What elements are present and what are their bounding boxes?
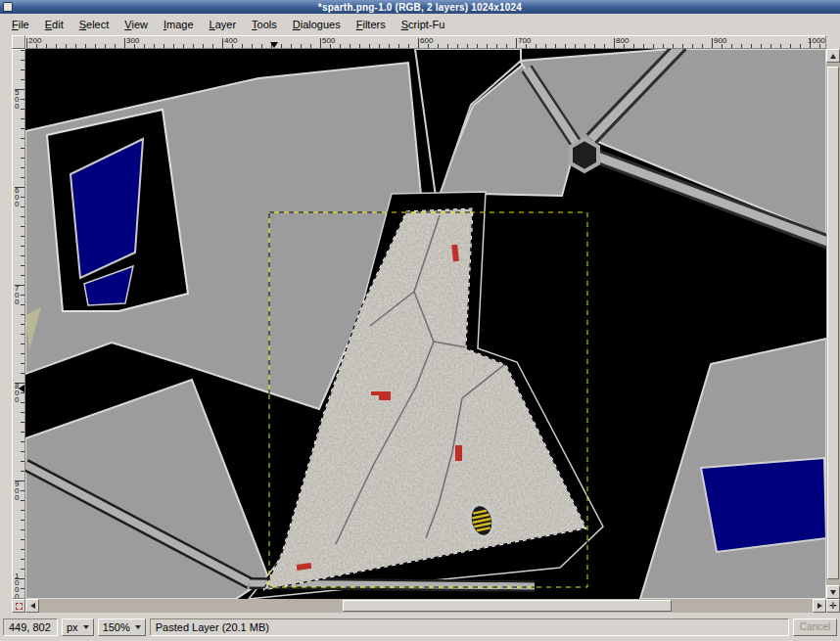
status-message-frame: Pasted Layer (20.1 MB)	[150, 618, 789, 636]
horizontal-scrollbar[interactable]	[25, 599, 826, 613]
scroll-left-button[interactable]	[25, 599, 39, 613]
menu-item[interactable]: Filters	[349, 16, 394, 33]
statusbar: 449, 802 px 150% Pasted Layer (20.1 MB) …	[0, 613, 840, 641]
vertical-scrollbar[interactable]	[826, 49, 840, 599]
ruler-label: 200	[28, 36, 41, 45]
vertical-ruler[interactable]: 500 600 700 800 900 1000	[12, 49, 25, 599]
ruler-label: 500	[15, 89, 22, 110]
horizontal-scroll-thumb[interactable]	[343, 600, 672, 612]
menubar: File Edit Select View Image Layer Tools …	[0, 14, 840, 35]
titlebar[interactable]: *sparth.png-1.0 (RGB, 2 layers) 1024x102…	[0, 0, 840, 14]
window-title: *sparth.png-1.0 (RGB, 2 layers) 1024x102…	[318, 2, 522, 13]
unit-value: px	[67, 621, 78, 633]
cancel-button[interactable]: Cancel	[793, 618, 837, 636]
cancel-button-label: Cancel	[800, 621, 830, 632]
ruler-label: 300	[126, 36, 139, 45]
ruler-label: 700	[15, 285, 22, 305]
ruler-label: 600	[420, 36, 433, 45]
ruler-label: 600	[15, 187, 22, 207]
ruler-label: 1000	[808, 36, 825, 45]
cursor-position-marker	[270, 42, 278, 48]
quickmask-button[interactable]	[12, 599, 25, 613]
menu-item[interactable]: File	[4, 16, 37, 33]
navigation-icon: ✛	[829, 601, 837, 611]
ruler-label: 900	[714, 36, 726, 45]
ruler-label: 800	[616, 36, 629, 45]
ruler-label: 700	[518, 36, 531, 45]
ruler-label: 1000	[15, 572, 22, 599]
chevron-down-icon	[135, 625, 141, 629]
horizontal-ruler[interactable]: 200 300 400 500 600 700 800 900 1000	[25, 35, 826, 49]
arrow-up-icon	[830, 54, 836, 59]
ruler-label: 800	[15, 383, 22, 403]
menu-item[interactable]: Edit	[37, 16, 71, 33]
app-icon	[3, 2, 13, 12]
ruler-label: 400	[224, 36, 237, 45]
status-message: Pasted Layer (20.1 MB)	[156, 621, 269, 633]
menu-item[interactable]: Layer	[202, 16, 245, 33]
image-canvas[interactable]	[25, 49, 826, 599]
cursor-position-value: 449, 802	[9, 621, 51, 633]
arrow-down-icon	[830, 590, 836, 595]
menu-item[interactable]: Tools	[244, 16, 285, 33]
scroll-right-button[interactable]	[813, 599, 826, 613]
menu-item[interactable]: View	[117, 16, 156, 33]
artwork-svg	[25, 49, 826, 599]
ruler-label: 900	[15, 481, 22, 501]
menu-item[interactable]: Image	[156, 16, 202, 33]
navigation-button[interactable]: ✛	[826, 599, 840, 613]
ruler-corner-button[interactable]	[12, 35, 25, 49]
cursor-position-display: 449, 802	[3, 618, 58, 636]
menu-item[interactable]: Dialogues	[285, 16, 349, 33]
scroll-down-button[interactable]	[826, 585, 840, 599]
zoom-value: 150%	[103, 621, 130, 633]
hexagon-node	[571, 139, 598, 171]
ruler-label: 500	[322, 36, 335, 45]
gimp-window: *sparth.png-1.0 (RGB, 2 layers) 1024x102…	[0, 0, 840, 641]
arrow-right-icon	[817, 603, 822, 609]
arrow-left-icon	[30, 603, 35, 609]
scroll-up-button[interactable]	[826, 49, 840, 63]
unit-select[interactable]: px	[62, 618, 94, 636]
menu-item[interactable]: Script-Fu	[394, 16, 453, 33]
chevron-down-icon	[83, 625, 89, 629]
blue-region-bottom-right	[701, 458, 826, 552]
zoom-select[interactable]: 150%	[98, 618, 146, 636]
menu-item[interactable]: Select	[71, 16, 117, 33]
quickmask-icon	[16, 603, 23, 610]
vertical-scroll-thumb[interactable]	[827, 67, 839, 579]
